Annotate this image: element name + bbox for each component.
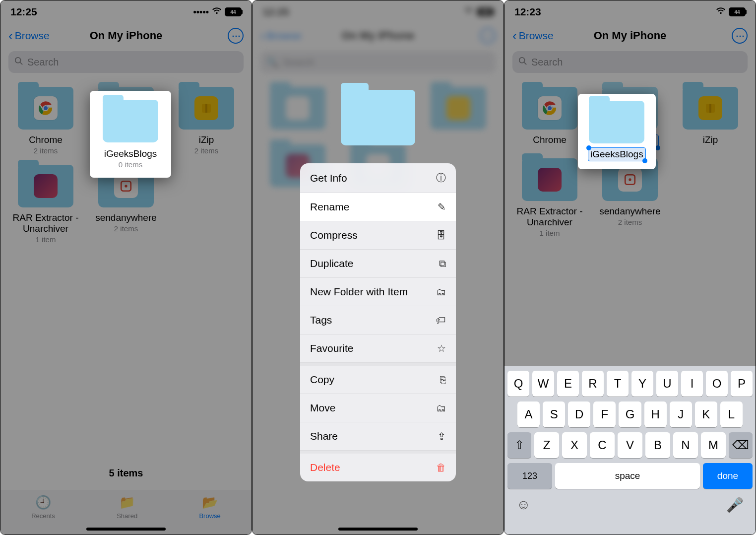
search-field[interactable]: Search: [8, 51, 244, 73]
key-a[interactable]: A: [517, 401, 540, 427]
menu-get-info[interactable]: Get Info ⓘ: [300, 163, 456, 193]
folder-label: Chrome: [29, 134, 63, 145]
key-t[interactable]: T: [607, 371, 629, 397]
nav-bar: ‹Browse On My iPhone ⋯: [252, 23, 504, 48]
key-b[interactable]: B: [645, 432, 670, 458]
wifi-icon: [716, 7, 726, 17]
folder-meta: 2 items: [194, 146, 218, 155]
archive-icon: 🗄: [436, 230, 446, 241]
key-l[interactable]: L: [720, 401, 743, 427]
key-z[interactable]: Z: [534, 432, 559, 458]
key-w[interactable]: W: [532, 371, 554, 397]
key-o[interactable]: O: [706, 371, 728, 397]
key-u[interactable]: U: [656, 371, 678, 397]
highlight-folder: iGeeksBlogs 0 items: [90, 91, 171, 178]
search-icon: [518, 57, 527, 68]
menu-delete[interactable]: Delete 🗑: [300, 451, 456, 481]
key-m[interactable]: M: [701, 432, 726, 458]
key-r[interactable]: R: [582, 371, 604, 397]
folder-label: RAR Extractor - Unarchiver: [6, 212, 85, 234]
menu-duplicate[interactable]: Duplicate ⧉: [300, 250, 456, 278]
key-v[interactable]: V: [618, 432, 642, 458]
done-key[interactable]: done: [703, 463, 753, 489]
folder-rar-extractor[interactable]: RAR Extractor - Unarchiver 1 item: [6, 165, 85, 244]
key-n[interactable]: N: [673, 432, 698, 458]
key-q[interactable]: Q: [507, 371, 529, 397]
svg-point-8: [125, 185, 127, 187]
menu-copy[interactable]: Copy ⎘: [300, 363, 456, 394]
folder-izip[interactable]: iZip: [671, 87, 750, 148]
space-key[interactable]: space: [555, 463, 700, 489]
search-field[interactable]: Search: [512, 51, 748, 73]
svg-point-9: [519, 57, 525, 63]
tab-recents[interactable]: 🕘 Recents: [31, 495, 55, 520]
svg-rect-6: [205, 104, 207, 113]
svg-point-17: [629, 178, 631, 181]
battery-icon: 44: [729, 7, 746, 16]
folder-meta: 2 items: [34, 146, 58, 155]
emoji-key[interactable]: ☺: [516, 497, 531, 513]
back-button[interactable]: ‹ Browse: [512, 28, 554, 44]
more-button[interactable]: ⋯: [228, 28, 244, 44]
menu-move[interactable]: Move 🗂: [300, 394, 456, 422]
home-indicator: [86, 528, 166, 531]
key-s[interactable]: S: [543, 401, 565, 427]
rename-input-highlight[interactable]: iGeeksBlogs: [588, 147, 646, 161]
folder-chrome[interactable]: Chrome 2 items: [6, 87, 85, 155]
more-button[interactable]: ⋯: [480, 28, 496, 44]
key-p[interactable]: P: [731, 371, 753, 397]
battery-icon: 44: [225, 7, 242, 16]
key-k[interactable]: K: [695, 401, 717, 427]
star-icon: ☆: [437, 342, 446, 354]
folder-icon: 📂: [202, 495, 218, 510]
menu-favourite[interactable]: Favourite ☆: [300, 334, 456, 363]
more-button[interactable]: ⋯: [732, 28, 748, 44]
duplicate-icon: ⧉: [439, 258, 446, 269]
folder-rar-extractor[interactable]: RAR Extractor - Unarchiver 1 item: [510, 158, 589, 237]
search-placeholder: Search: [27, 57, 59, 68]
key-e[interactable]: E: [557, 371, 579, 397]
tab-browse[interactable]: 📂 Browse: [199, 495, 220, 520]
folder-chrome[interactable]: Chrome: [510, 87, 589, 148]
nav-bar: ‹ Browse On My iPhone ⋯: [0, 23, 252, 48]
backspace-key[interactable]: ⌫: [729, 432, 753, 458]
folder-meta: 1 item: [36, 235, 56, 244]
key-c[interactable]: C: [590, 432, 615, 458]
key-g[interactable]: G: [619, 401, 641, 427]
menu-new-folder[interactable]: New Folder with Item 🗂: [300, 278, 456, 306]
izip-icon: [698, 96, 722, 120]
folder-plus-icon: 🗂: [436, 286, 446, 298]
menu-share[interactable]: Share ⇪: [300, 422, 456, 451]
key-x[interactable]: X: [562, 432, 587, 458]
folder-izip[interactable]: iZip 2 items: [167, 87, 246, 155]
folder-label: iZip: [199, 134, 214, 145]
chrome-icon: [34, 96, 58, 120]
key-i[interactable]: I: [681, 371, 703, 397]
back-button[interactable]: ‹ Browse: [8, 28, 50, 44]
tab-shared[interactable]: 📁 Shared: [117, 495, 137, 520]
tag-icon: 🏷: [436, 315, 446, 326]
wifi-icon: [464, 7, 474, 17]
back-button[interactable]: ‹Browse: [260, 28, 302, 44]
highlight-rename: iGeeksBlogs: [578, 94, 656, 169]
numeric-key[interactable]: 123: [507, 463, 552, 489]
context-menu: Get Info ⓘ Rename ✎ Compress 🗄 Duplicate…: [300, 163, 456, 481]
key-d[interactable]: D: [568, 401, 590, 427]
menu-tags[interactable]: Tags 🏷: [300, 306, 456, 334]
clock-icon: 🕘: [35, 495, 51, 510]
key-y[interactable]: Y: [631, 371, 653, 397]
menu-rename[interactable]: Rename ✎: [300, 193, 456, 221]
shift-key[interactable]: ⇧: [507, 432, 531, 458]
status-bar: 12:25 44: [252, 0, 504, 23]
key-f[interactable]: F: [593, 401, 616, 427]
key-h[interactable]: H: [644, 401, 667, 427]
izip-icon: [194, 96, 218, 120]
svg-line-10: [524, 62, 527, 65]
folder-label: sendanywhere: [95, 212, 157, 223]
wifi-icon: [212, 7, 222, 17]
folder-sendanywhere[interactable]: sendanywhere 2 items: [591, 158, 669, 237]
svg-point-0: [15, 57, 21, 63]
mic-key[interactable]: 🎤: [726, 497, 744, 513]
key-j[interactable]: J: [670, 401, 692, 427]
menu-compress[interactable]: Compress 🗄: [300, 221, 456, 250]
